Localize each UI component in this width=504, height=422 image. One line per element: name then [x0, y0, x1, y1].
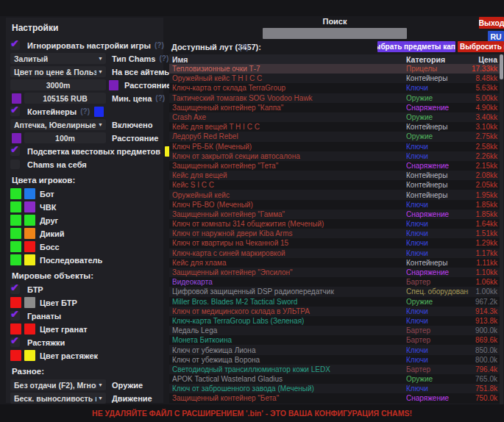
table-row[interactable]: Кейс для вещейКонтейнеры2.08kk: [169, 171, 500, 180]
dropdown[interactable]: Без отдачи (F2), Мгновенное п▼: [10, 379, 106, 390]
table-row[interactable]: Тепловизионные очки Т-7Прицелы17.33kk: [169, 64, 500, 74]
item-name: Цифровой защищенный DSP радиопередатчик: [169, 287, 406, 296]
item-name: Ключ от убежища Ворона: [169, 356, 406, 364]
table-row[interactable]: Кейс для вещей T H I C CКонтейнеры3.10kk: [169, 122, 500, 132]
table-row[interactable]: Ключ РБ-ВО (Меченый)Ключи1.85kk: [169, 200, 500, 210]
table-row[interactable]: Ключ от комнаты 314 общежития (Меченый)К…: [169, 219, 500, 229]
color-swatch[interactable]: [24, 215, 35, 226]
table-row[interactable]: Монета БиткоинаБартер869.6k: [169, 335, 500, 345]
item-price: 2.75kk: [469, 132, 500, 140]
settings-row: Игнорировать настройки игры(?): [10, 39, 159, 51]
language-button[interactable]: RU: [488, 31, 504, 42]
table-row[interactable]: Ключ-карта TerraGroup Labs (Зеленая)Ключ…: [169, 316, 500, 326]
checkbox[interactable]: [10, 337, 20, 347]
drop-all-button[interactable]: Выбросить все: [458, 41, 504, 52]
value-input[interactable]: 3000m: [10, 79, 106, 90]
color-swatch[interactable]: [24, 350, 35, 361]
checkbox[interactable]: [10, 146, 20, 156]
table-row[interactable]: Ключ от закрытой секции автосалонаКлючи2…: [169, 151, 500, 161]
table-row[interactable]: Оружейный кейс T H I C CКонтейнеры8.48kk: [169, 74, 500, 83]
table-row[interactable]: Ключ от заброшенного завода (Меченый)Клю…: [169, 384, 500, 393]
table-row[interactable]: Цифровой защищенный DSP радиопередатчикС…: [169, 287, 500, 296]
select-kappa-items-button[interactable]: Выбрать предметы каппа: [377, 41, 455, 52]
table-row[interactable]: Защищенный контейнер "Каппа"Снаряжение4.…: [169, 103, 500, 112]
color-swatch[interactable]: [24, 297, 35, 308]
scrollbar-thumb[interactable]: [500, 54, 503, 79]
color-swatch[interactable]: [12, 93, 21, 104]
input-value: 105156 RUB: [43, 94, 88, 103]
setting-label: Мин. цена: [112, 94, 152, 103]
table-row[interactable]: Ключ-карта от склада TerraGroupКлючи5.63…: [169, 83, 500, 93]
table-row[interactable]: Ключ РБ-БК (Меченый)Ключи2.58kk: [169, 142, 500, 151]
color-swatch[interactable]: [10, 350, 21, 361]
checkbox[interactable]: [10, 107, 20, 116]
table-row[interactable]: Защищенный контейнер "Гамма"Снаряжение1.…: [169, 210, 500, 219]
table-row[interactable]: Кейс S I C CКонтейнеры2.05kk: [169, 180, 500, 190]
table-row[interactable]: Ключ от наружной двери Kiba ArmsКлючи1.5…: [169, 229, 500, 238]
table-row[interactable]: Ключ-карта с синей маркировкойКлючи1.17k…: [169, 248, 500, 258]
color-swatch[interactable]: [10, 188, 21, 199]
loot-table-rows: Тепловизионные очки Т-7Прицелы17.33kkОру…: [169, 64, 500, 404]
checkbox[interactable]: [10, 285, 20, 294]
table-row[interactable]: Светодиодный трансиллюминатор кожи LEDXБ…: [169, 365, 500, 374]
color-swatch[interactable]: [109, 80, 118, 90]
table-row[interactable]: Защищенный контейнер "Тета"Снаряжение2.1…: [169, 161, 500, 171]
color-swatch[interactable]: [24, 228, 35, 239]
table-row[interactable]: Защищенный контейнер "Бета"Снаряжение750…: [169, 393, 500, 403]
exit-button[interactable]: Выход: [479, 17, 504, 29]
item-category: Ключи: [406, 317, 469, 325]
item-price: 913.8k: [469, 317, 500, 325]
table-row[interactable]: Ключ от убежища ЛионаКлючи850.0k: [169, 345, 500, 354]
color-swatch[interactable]: [24, 241, 35, 252]
input-value: 3000m: [46, 81, 71, 90]
dropdown[interactable]: Цвет по цене & Пользователь▼: [10, 66, 106, 77]
item-name: Оружейный кейс T H I C C: [169, 74, 406, 82]
color-swatch[interactable]: [10, 297, 21, 308]
item-category: Контейнеры: [406, 191, 469, 199]
dropdown[interactable]: Беск. выносливость и нет уста:▼: [10, 393, 106, 404]
table-row[interactable]: Ключ от убежища ВоронаКлючи800.0k: [169, 355, 500, 365]
item-category: Контейнеры: [406, 181, 469, 189]
dropdown[interactable]: Аптечка, Ювелирные и...▼: [10, 119, 106, 130]
item-price: 5.00kk: [469, 94, 500, 102]
table-row[interactable]: Медаль LegaБартер900.0k: [169, 326, 500, 335]
table-row[interactable]: Защищенный контейнер "Эпсилон"Снаряжение…: [169, 268, 500, 277]
table-row[interactable]: Ледоруб Red RebelОружие2.75kk: [169, 132, 500, 141]
table-row[interactable]: Crash AxeОружие3.40kk: [169, 112, 500, 122]
checkbox[interactable]: [10, 160, 20, 169]
color-swatch[interactable]: [10, 241, 21, 252]
app-window: Настройки Игнорировать настройки игры(?)…: [0, 0, 504, 422]
table-row[interactable]: Тактический томагавк SOG Voodoo HawkОруж…: [169, 93, 500, 103]
table-row[interactable]: Ключ от квартиры на Чеканной 15Ключи1.29…: [169, 238, 500, 248]
dropdown[interactable]: Залитый▼: [10, 53, 106, 64]
chevron-down-icon: ▼: [96, 69, 106, 74]
settings-row: Аптечка, Ювелирные и...▼Включено: [10, 118, 159, 131]
table-row[interactable]: Кейс для хламаКонтейнеры1.11kk: [169, 258, 500, 268]
color-swatch[interactable]: [10, 323, 21, 335]
item-price: 8.48kk: [469, 74, 500, 82]
table-row[interactable]: Оружейный кейсКонтейнеры1.95kk: [169, 190, 500, 199]
checkbox[interactable]: [10, 40, 20, 50]
color-swatch[interactable]: [24, 188, 35, 199]
color-swatch[interactable]: [24, 201, 35, 212]
table-scrollbar[interactable]: [500, 54, 503, 404]
color-swatch[interactable]: [10, 254, 21, 265]
chevron-down-icon: ▼: [96, 122, 106, 127]
color-swatch[interactable]: [24, 254, 35, 265]
value-input[interactable]: 105156 RUB: [24, 93, 106, 104]
color-swatch[interactable]: [12, 133, 21, 143]
item-price: 1.85kk: [469, 201, 500, 209]
color-swatch[interactable]: [10, 215, 21, 226]
value-input[interactable]: 100m: [24, 132, 106, 143]
color-swatch[interactable]: [24, 323, 35, 335]
color-swatch[interactable]: [10, 201, 21, 212]
search-input[interactable]: [263, 28, 407, 39]
color-swatch[interactable]: [10, 228, 21, 239]
table-row[interactable]: ВидеокартаБартер1.06kk: [169, 277, 500, 287]
table-row[interactable]: Ключ от медицинского склада в УЛЬТРАКлюч…: [169, 307, 500, 316]
settings-row: Беск. выносливость и нет уста:▼Движение: [10, 392, 159, 404]
table-row[interactable]: Miller Bros. Blades M-2 Tactical SwordОр…: [169, 297, 500, 307]
color-swatch[interactable]: [94, 107, 104, 117]
table-row[interactable]: APOK Tactical Wasteland GladiusОружие765…: [169, 374, 500, 384]
checkbox[interactable]: [10, 311, 20, 321]
